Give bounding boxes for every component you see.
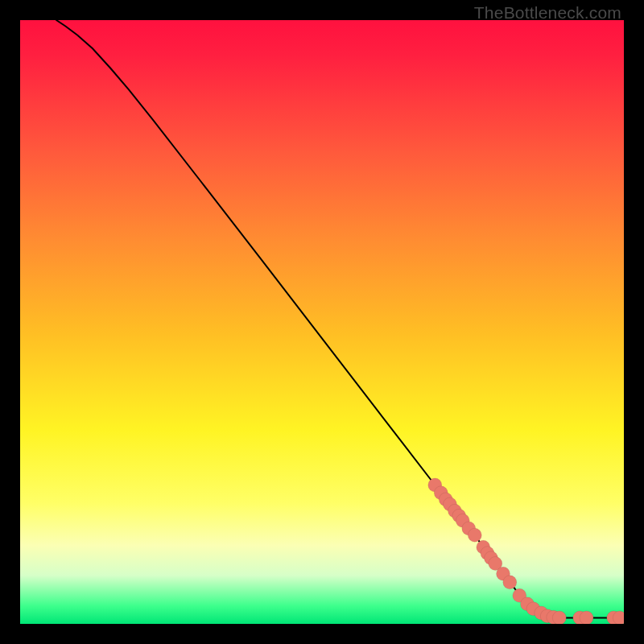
data-marker <box>580 611 593 624</box>
data-marker <box>468 528 481 542</box>
data-marker <box>503 576 517 589</box>
data-marker <box>552 611 566 624</box>
plot-area <box>20 20 624 624</box>
marker-group <box>428 478 624 624</box>
chart-svg <box>20 20 624 624</box>
chart-frame: TheBottleneck.com <box>0 0 644 644</box>
main-curve <box>56 20 624 618</box>
attribution-label: TheBottleneck.com <box>474 3 621 23</box>
